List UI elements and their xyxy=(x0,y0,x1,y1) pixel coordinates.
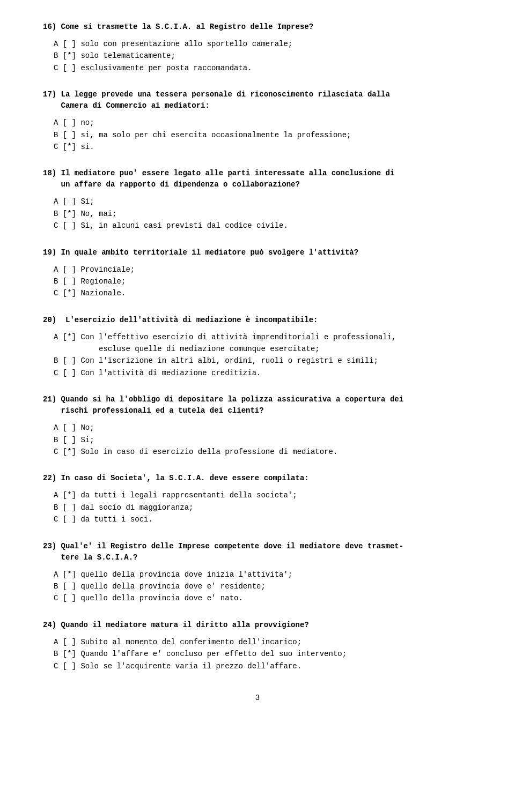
answer-16-a: A [ ] solo con presentazione allo sporte… xyxy=(54,38,472,50)
question-21-title: 21) Quando si ha l'obbligo di depositare… xyxy=(43,394,472,416)
answer-23-c: C [ ] quello della provincia dove e' nat… xyxy=(54,592,472,604)
answer-22-c: C [ ] da tutti i soci. xyxy=(54,513,472,525)
answer-20-c: C [ ] Con l'attività di mediazione credi… xyxy=(54,367,472,379)
answer-17-a: A [ ] no; xyxy=(54,117,472,129)
page-content: 16) Come si trasmette la S.C.I.A. al Reg… xyxy=(43,21,472,702)
question-19-title: 19) In quale ambito territoriale il medi… xyxy=(43,247,472,258)
question-22-answers: A [*] da tutti i legali rappresentanti d… xyxy=(54,489,472,525)
question-23-answers: A [*] quello della provincia dove inizia… xyxy=(54,569,472,605)
answer-16-c: C [ ] esclusivamente per posta raccomand… xyxy=(54,62,472,74)
answer-24-b: B [*] Quando l'affare e' concluso per ef… xyxy=(54,648,472,660)
question-24: 24) Quando il mediatore matura il diritt… xyxy=(43,620,472,672)
answer-21-b: B [ ] Si; xyxy=(54,434,472,446)
page-number: 3 xyxy=(43,694,472,702)
answer-18-c: C [ ] Si, in alcuni casi previsti dal co… xyxy=(54,220,472,232)
question-20-answers: A [*] Con l'effettivo esercizio di attiv… xyxy=(54,331,472,379)
answer-20-b: B [ ] Con l'iscrizione in altri albi, or… xyxy=(54,355,472,367)
answer-19-c: C [*] Nazionale. xyxy=(54,287,472,299)
answer-24-a: A [ ] Subito al momento del conferimento… xyxy=(54,636,472,648)
answer-17-b: B [ ] si, ma solo per chi esercita occas… xyxy=(54,129,472,141)
question-18-answers: A [ ] Si; B [*] No, mai; C [ ] Si, in al… xyxy=(54,196,472,232)
answer-16-b: B [*] solo telematicamente; xyxy=(54,50,472,62)
question-18: 18) Il mediatore puo' essere legato alle… xyxy=(43,168,472,232)
answer-18-b: B [*] No, mai; xyxy=(54,208,472,220)
answer-18-a: A [ ] Si; xyxy=(54,196,472,207)
question-20: 20) L'esercizio dell'attività di mediazi… xyxy=(43,315,472,379)
question-24-answers: A [ ] Subito al momento del conferimento… xyxy=(54,636,472,672)
question-23-title: 23) Qual'e' il Registro delle Imprese co… xyxy=(43,541,472,563)
question-17: 17) La legge prevede una tessera persona… xyxy=(43,89,472,153)
answer-17-c: C [*] si. xyxy=(54,141,472,153)
answer-23-a: A [*] quello della provincia dove inizia… xyxy=(54,569,472,580)
question-18-title: 18) Il mediatore puo' essere legato alle… xyxy=(43,168,472,190)
answer-19-a: A [ ] Provinciale; xyxy=(54,264,472,275)
question-22-title: 22) In caso di Societa', la S.C.I.A. dev… xyxy=(43,473,472,484)
answer-22-a: A [*] da tutti i legali rappresentanti d… xyxy=(54,489,472,501)
question-23: 23) Qual'e' il Registro delle Imprese co… xyxy=(43,541,472,605)
answer-19-b: B [ ] Regionale; xyxy=(54,275,472,287)
question-17-title: 17) La legge prevede una tessera persona… xyxy=(43,89,472,111)
question-21-answers: A [ ] No; B [ ] Si; C [*] Solo in caso d… xyxy=(54,422,472,458)
question-24-title: 24) Quando il mediatore matura il diritt… xyxy=(43,620,472,631)
question-19: 19) In quale ambito territoriale il medi… xyxy=(43,247,472,300)
question-19-answers: A [ ] Provinciale; B [ ] Regionale; C [*… xyxy=(54,264,472,300)
question-22: 22) In caso di Societa', la S.C.I.A. dev… xyxy=(43,473,472,525)
answer-21-a: A [ ] No; xyxy=(54,422,472,434)
answer-21-c: C [*] Solo in caso di esercizio della pr… xyxy=(54,446,472,458)
question-20-title: 20) L'esercizio dell'attività di mediazi… xyxy=(43,315,472,326)
question-16: 16) Come si trasmette la S.C.I.A. al Reg… xyxy=(43,21,472,74)
question-16-answers: A [ ] solo con presentazione allo sporte… xyxy=(54,38,472,74)
question-16-title: 16) Come si trasmette la S.C.I.A. al Reg… xyxy=(43,21,472,33)
answer-24-c: C [ ] Solo se l'acquirente varia il prez… xyxy=(54,660,472,672)
answer-22-b: B [ ] dal socio di maggioranza; xyxy=(54,502,472,513)
question-17-answers: A [ ] no; B [ ] si, ma solo per chi eser… xyxy=(54,117,472,153)
answer-23-b: B [ ] quello della provincia dove e' res… xyxy=(54,580,472,592)
question-21: 21) Quando si ha l'obbligo di depositare… xyxy=(43,394,472,458)
answer-20-a: A [*] Con l'effettivo esercizio di attiv… xyxy=(54,331,472,355)
